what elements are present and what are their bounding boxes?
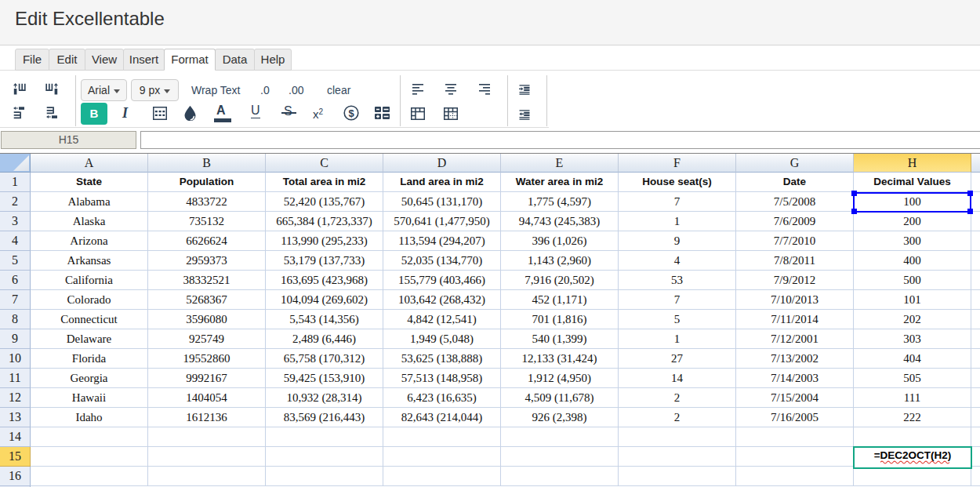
svg-text:$: $ xyxy=(348,107,354,119)
